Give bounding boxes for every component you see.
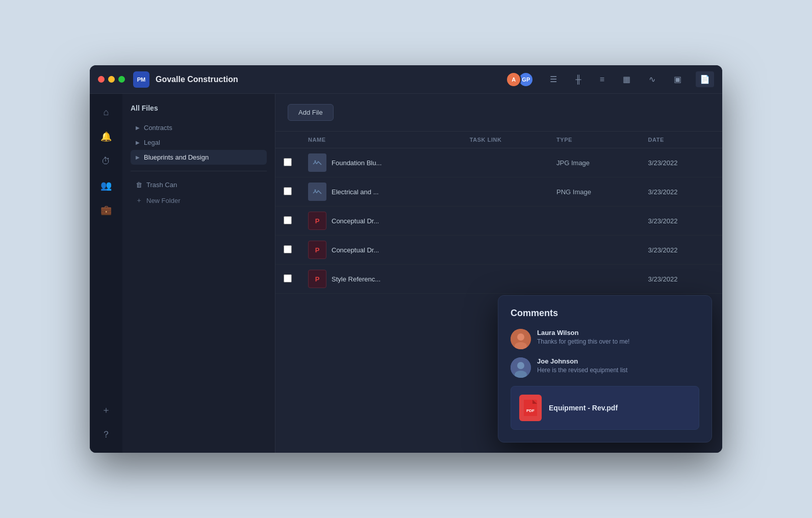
file-date-3: 3/23/2022	[640, 206, 722, 236]
comment-item-2: Joe Johnson Here is the revised equipmen…	[511, 357, 699, 378]
toolbar-list-icon[interactable]: ☰	[546, 71, 561, 87]
maximize-button[interactable]	[118, 76, 125, 83]
sidebar-briefcase-icon[interactable]: 💼	[96, 200, 116, 220]
row-checkbox-4[interactable]	[284, 245, 292, 253]
file-date-5: 3/23/2022	[640, 265, 722, 294]
attachment-name: Equipment - Rev.pdf	[549, 404, 618, 412]
folder-label-contracts: Contracts	[144, 124, 172, 132]
user-avatars: A GP	[506, 72, 534, 87]
table-body: Foundation Blu... JPG Image 3/23/2022	[275, 148, 722, 294]
minimize-button[interactable]	[108, 76, 115, 83]
task-link-5	[462, 265, 548, 294]
file-icon-ppt3: P	[308, 270, 326, 288]
sidebar-item-legal[interactable]: ▶ Legal	[131, 135, 267, 150]
sidebar-title: All Files	[131, 104, 267, 112]
sidebar-item-blueprints[interactable]: ▶ Blueprints and Design	[131, 150, 267, 165]
svg-point-5	[517, 333, 524, 341]
file-date-1: 3/23/2022	[640, 148, 722, 177]
file-icon-img	[308, 153, 326, 172]
file-date-4: 3/23/2022	[640, 236, 722, 265]
sidebar-home-icon[interactable]: ⌂	[96, 102, 116, 122]
sidebar-history-icon[interactable]: ⏱	[96, 151, 116, 171]
folder-arrow-legal: ▶	[136, 140, 140, 145]
sidebar-item-trash[interactable]: 🗑 Trash Can	[131, 177, 267, 192]
folder-arrow-blueprints: ▶	[136, 154, 140, 160]
main-layout: ⌂ 🔔 ⏱ 👥 💼 ＋ ？ All Files ▶ Contracts ▶ Le…	[90, 94, 722, 453]
plus-icon: ＋	[136, 196, 142, 205]
sidebar-help-icon[interactable]: ？	[96, 424, 116, 445]
attachment-file-icon: PDF	[519, 395, 542, 421]
comment-item-1: Laura Wilson Thanks for getting this ove…	[511, 329, 699, 349]
file-icon-ppt1: P	[308, 212, 326, 230]
comments-title: Comments	[511, 308, 699, 319]
comment-text-1: Thanks for getting this over to me!	[537, 338, 629, 345]
comment-author-2: Joe Johnson	[537, 357, 627, 365]
table-row[interactable]: Foundation Blu... JPG Image 3/23/2022	[275, 148, 722, 177]
close-button[interactable]	[98, 76, 105, 83]
table-header: NAME TASK LINK TYPE DATE	[275, 132, 722, 148]
file-table: NAME TASK LINK TYPE DATE	[275, 132, 722, 294]
file-icon-img2	[308, 183, 326, 201]
comments-popup: Comments Laura Wilson Thanks for getting…	[498, 295, 712, 443]
toolbar-calendar-icon[interactable]: ▣	[670, 71, 686, 87]
file-name-5: Style Referenc...	[332, 275, 380, 283]
toolbar-grid-icon[interactable]: ▦	[619, 71, 635, 87]
col-checkbox	[275, 132, 300, 148]
col-date: DATE	[640, 132, 722, 148]
task-link-3	[462, 206, 548, 236]
traffic-lights	[98, 76, 125, 83]
row-checkbox-5[interactable]	[284, 274, 292, 282]
row-checkbox-1[interactable]	[284, 158, 292, 166]
comment-avatar-joe	[511, 357, 531, 378]
file-name-4: Conceptual Dr...	[332, 246, 379, 254]
sidebar-users-icon[interactable]: 👥	[96, 175, 116, 196]
file-icon-ppt2: P	[308, 241, 326, 259]
toolbar-file-icon[interactable]: 📄	[696, 71, 714, 87]
row-checkbox-3[interactable]	[284, 216, 292, 224]
comment-content-2: Joe Johnson Here is the revised equipmen…	[537, 357, 627, 378]
table-row[interactable]: P Conceptual Dr... 3/23/2022	[275, 206, 722, 236]
row-checkbox-2[interactable]	[284, 187, 292, 195]
comment-content-1: Laura Wilson Thanks for getting this ove…	[537, 329, 629, 349]
file-name-1: Foundation Blu...	[332, 159, 382, 167]
trash-icon: 🗑	[136, 181, 142, 189]
avatar-user1: A	[506, 72, 521, 87]
content-area: Add File NAME TASK LINK TYPE DATE	[275, 94, 722, 453]
sidebar-add-icon[interactable]: ＋	[96, 400, 116, 420]
task-link-2	[462, 177, 548, 206]
toolbar-wave-icon[interactable]: ∿	[645, 71, 659, 87]
sidebar-new-folder[interactable]: ＋ New Folder	[131, 192, 267, 209]
new-folder-label: New Folder	[146, 197, 180, 204]
sidebar-notification-icon[interactable]: 🔔	[96, 126, 116, 147]
attachment-card[interactable]: PDF Equipment - Rev.pdf	[511, 386, 699, 430]
svg-point-3	[315, 190, 316, 191]
comment-author-1: Laura Wilson	[537, 329, 629, 336]
toolbar-chart-icon[interactable]: ╫	[571, 72, 585, 87]
file-type-4	[548, 236, 640, 265]
file-type-5	[548, 265, 640, 294]
table-row[interactable]: P Conceptual Dr... 3/23/2022	[275, 236, 722, 265]
file-date-2: 3/23/2022	[640, 177, 722, 206]
file-type-3	[548, 206, 640, 236]
trash-label: Trash Can	[146, 181, 177, 189]
comment-text-2: Here is the revised equipment list	[537, 367, 627, 374]
folder-label-legal: Legal	[144, 139, 160, 146]
folder-label-blueprints: Blueprints and Design	[144, 153, 209, 161]
file-name-2: Electrical and ...	[332, 188, 379, 196]
sidebar-item-contracts[interactable]: ▶ Contracts	[131, 120, 267, 135]
table-row[interactable]: Electrical and ... PNG Image 3/23/2022	[275, 177, 722, 206]
sidebar-divider	[131, 171, 267, 171]
table-row[interactable]: P Style Referenc... 3/23/2022	[275, 265, 722, 294]
icon-sidebar: ⌂ 🔔 ⏱ 👥 💼 ＋ ？	[90, 94, 122, 453]
toolbar-filter-icon[interactable]: ≡	[596, 72, 608, 87]
col-task-link: TASK LINK	[462, 132, 548, 148]
content-header: Add File	[275, 94, 722, 132]
file-sidebar: All Files ▶ Contracts ▶ Legal ▶ Blueprin…	[122, 94, 275, 453]
svg-point-8	[517, 362, 524, 369]
app-window: PM Govalle Construction A GP ☰ ╫ ≡ ▦ ∿ ▣…	[90, 65, 722, 453]
svg-point-1	[315, 161, 316, 162]
add-file-button[interactable]: Add File	[288, 104, 334, 121]
comment-avatar-laura	[511, 329, 531, 349]
file-type-1: JPG Image	[548, 148, 640, 177]
col-name: NAME	[300, 132, 462, 148]
